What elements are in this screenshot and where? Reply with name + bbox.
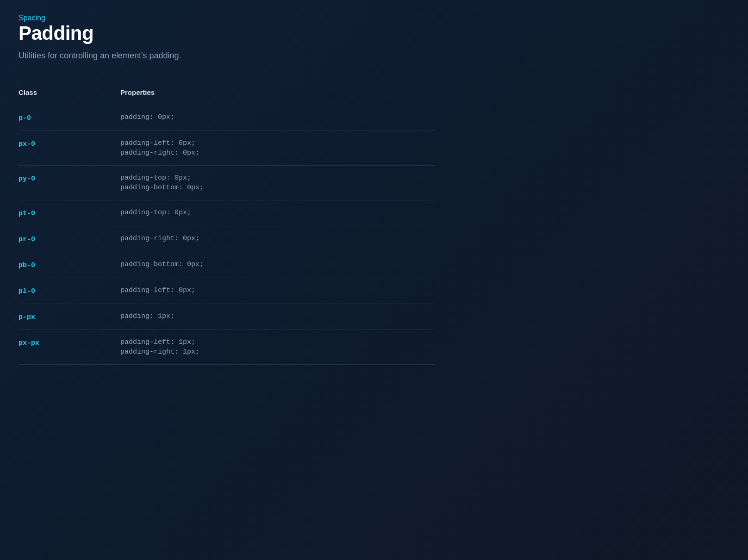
property-value: padding-top: 0px; [120, 209, 435, 217]
table-row: pt-0padding-top: 0px; [19, 200, 435, 226]
table-row: pb-0padding-bottom: 0px; [19, 252, 435, 278]
properties-cell: padding: 1px; [120, 312, 435, 320]
table-row: py-0padding-top: 0px;padding-bottom: 0px… [19, 166, 435, 200]
property-value: padding-top: 0px; [120, 174, 435, 182]
page-description: Utilities for controlling an element's p… [19, 51, 729, 61]
table-row: pl-0padding-left: 0px; [19, 278, 435, 304]
properties-cell: padding-right: 0px; [120, 235, 435, 243]
property-value: padding-right: 1px; [120, 348, 435, 356]
class-cell: pt-0 [19, 209, 120, 218]
property-value: padding: 1px; [120, 312, 435, 320]
properties-cell: padding-top: 0px;padding-bottom: 0px; [120, 174, 435, 192]
property-value: padding-left: 0px; [120, 139, 435, 147]
table-row: pr-0padding-right: 0px; [19, 226, 435, 252]
properties-cell: padding-top: 0px; [120, 209, 435, 217]
property-value: padding-bottom: 0px; [120, 261, 435, 268]
table-row: p-pxpadding: 1px; [19, 304, 435, 330]
property-value: padding-left: 1px; [120, 338, 435, 346]
property-value: padding-right: 0px; [120, 235, 435, 243]
property-value: padding-right: 0px; [120, 149, 435, 157]
class-cell: p-0 [19, 113, 120, 122]
class-cell: pl-0 [19, 286, 120, 295]
properties-cell: padding-bottom: 0px; [120, 261, 435, 268]
class-cell: py-0 [19, 174, 120, 183]
class-cell: px-0 [19, 139, 120, 148]
class-table: Class Properties p-0padding: 0px;px-0pad… [19, 83, 435, 365]
properties-cell: padding-left: 0px; [120, 286, 435, 294]
property-value: padding-left: 0px; [120, 286, 435, 294]
property-value: padding-bottom: 0px; [120, 184, 435, 192]
table-body: p-0padding: 0px;px-0padding-left: 0px;pa… [19, 105, 435, 365]
table-row: px-pxpadding-left: 1px;padding-right: 1p… [19, 330, 435, 365]
class-cell: pr-0 [19, 235, 120, 243]
class-column-header: Class [19, 88, 120, 96]
table-row: p-0padding: 0px; [19, 105, 435, 131]
table-header: Class Properties [19, 83, 435, 103]
property-value: padding: 0px; [120, 113, 435, 121]
class-cell: p-px [19, 312, 120, 321]
properties-cell: padding: 0px; [120, 113, 435, 121]
table-row: px-0padding-left: 0px;padding-right: 0px… [19, 131, 435, 166]
breadcrumb[interactable]: Spacing [19, 14, 729, 22]
properties-cell: padding-left: 0px;padding-right: 0px; [120, 139, 435, 157]
class-cell: pb-0 [19, 261, 120, 269]
properties-column-header: Properties [120, 88, 435, 96]
properties-cell: padding-left: 1px;padding-right: 1px; [120, 338, 435, 356]
page-title: Padding [19, 22, 729, 44]
class-cell: px-px [19, 338, 120, 347]
